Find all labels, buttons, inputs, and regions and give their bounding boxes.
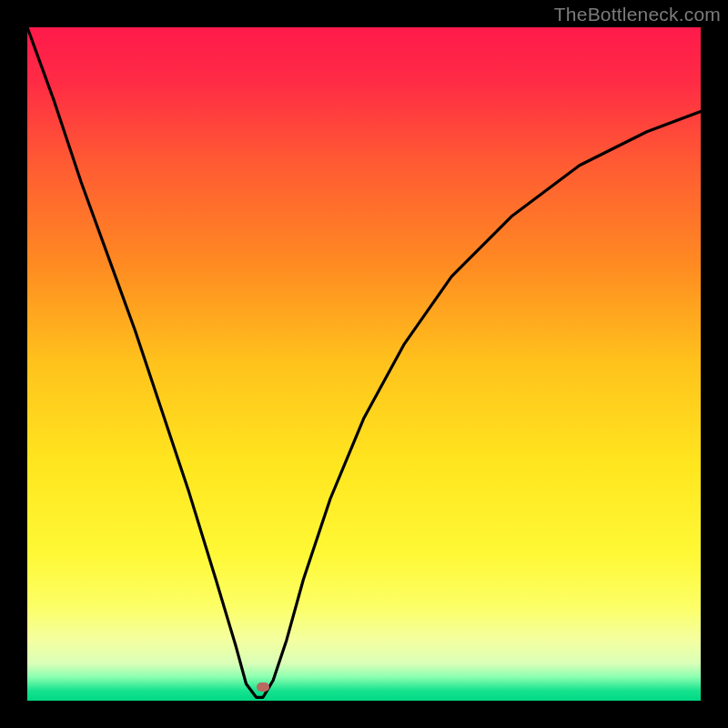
watermark-label: TheBottleneck.com <box>554 4 721 25</box>
plot-area <box>27 27 701 701</box>
optimum-marker[interactable] <box>257 682 269 692</box>
bottleneck-curve <box>27 27 701 701</box>
chart-frame: TheBottleneck.com <box>0 0 728 728</box>
